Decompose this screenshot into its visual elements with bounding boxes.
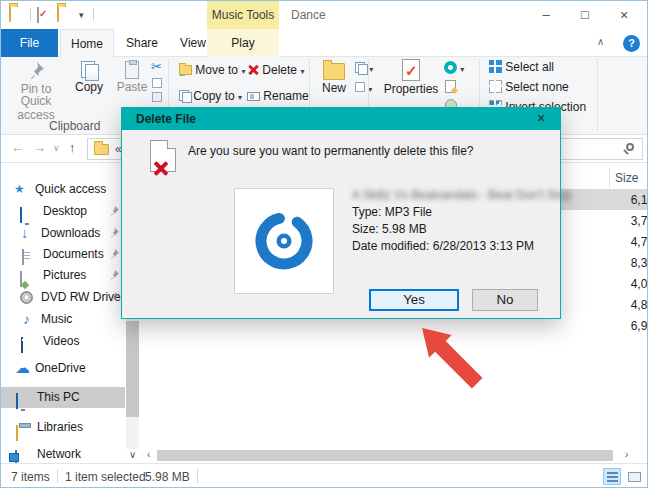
details-view-button[interactable]: [603, 468, 621, 485]
sidebar-item-label: Network: [37, 447, 81, 461]
hscroll-left-icon[interactable]: ‹: [147, 449, 150, 460]
hscroll-thumb[interactable]: [157, 450, 613, 461]
copy-label: Copy: [69, 81, 109, 93]
delete-button[interactable]: Delete ▾: [247, 63, 304, 77]
properties-button[interactable]: Properties: [381, 59, 441, 95]
sidebar-item-music[interactable]: ♪ Music: [1, 309, 125, 330]
file-size-cell: 4,08: [594, 277, 648, 291]
sidebar-item-documents[interactable]: Documents: [1, 244, 125, 265]
tab-file[interactable]: File: [1, 29, 58, 57]
copy-to-button[interactable]: Copy to ▾: [179, 89, 242, 103]
qat-folder-icon[interactable]: [9, 7, 25, 21]
new-folder-icon: [323, 63, 345, 80]
collapse-ribbon-icon[interactable]: ∧: [597, 36, 604, 47]
pin-icon: [109, 206, 119, 216]
this-pc-icon: [16, 393, 18, 409]
up-button[interactable]: ↑: [69, 140, 76, 155]
delete-warning-x-icon: [152, 160, 168, 176]
cut-icon[interactable]: ✂: [151, 59, 162, 74]
move-to-label: Move to: [195, 63, 238, 77]
title-bar[interactable]: ▾ Music Tools Dance – □ ×: [1, 1, 648, 29]
move-to-icon: ←: [179, 65, 192, 75]
qat-properties-icon[interactable]: [37, 8, 53, 22]
sidebar-item-dvd-drive[interactable]: DVD RW Drive: [1, 287, 125, 308]
pin-icon: [109, 270, 119, 280]
delete-icon: [247, 64, 259, 76]
edit-button[interactable]: [445, 80, 456, 94]
delete-label: Delete: [262, 63, 297, 77]
sidebar-item-quick-access[interactable]: ★ Quick access: [1, 179, 125, 200]
open-button[interactable]: ▾: [444, 61, 464, 75]
sidebar-item-downloads[interactable]: ↓ Downloads: [1, 223, 125, 244]
music-note-icon: ♪: [23, 309, 30, 330]
dvd-disc-icon: [20, 291, 33, 304]
sidebar-item-videos[interactable]: Videos: [1, 331, 125, 352]
sidebar-item-pictures[interactable]: Pictures: [1, 265, 125, 286]
dialog-close-icon[interactable]: ×: [532, 110, 550, 126]
qat-customize-caret-icon[interactable]: ▾: [79, 10, 84, 20]
sidebar-item-desktop[interactable]: Desktop: [1, 201, 125, 222]
select-none-icon: [489, 80, 502, 93]
back-button[interactable]: ←: [11, 140, 24, 155]
caret-down-icon: ▾: [238, 93, 242, 102]
paste-shortcut-icon[interactable]: [152, 91, 162, 105]
size-column-header[interactable]: Size: [615, 171, 638, 185]
easy-access-button[interactable]: ▾: [355, 81, 372, 95]
dialog-title-bar[interactable]: Delete File ×: [122, 108, 560, 130]
sidebar-item-this-pc[interactable]: This PC: [1, 387, 125, 408]
yes-button[interactable]: Yes: [369, 289, 459, 311]
status-separator: [57, 469, 58, 483]
rename-button[interactable]: Rename: [247, 89, 309, 103]
desktop-icon: [20, 207, 22, 223]
sidebar-item-network[interactable]: Network: [1, 444, 125, 465]
thumbnails-view-icon: [628, 472, 641, 482]
new-folder-button[interactable]: New: [315, 61, 353, 94]
help-icon[interactable]: ?: [623, 35, 640, 52]
hscroll-right-icon[interactable]: ›: [625, 449, 628, 460]
move-to-button[interactable]: ← Move to ▾: [179, 63, 245, 77]
sidebar-item-libraries[interactable]: Libraries: [1, 417, 125, 438]
sidebar-scroll-down-icon[interactable]: ∨: [129, 449, 136, 460]
forward-button[interactable]: →: [33, 140, 46, 155]
selected-size: 5.98 MB: [145, 470, 190, 484]
sidebar-scrollbar-thumb[interactable]: [126, 321, 139, 417]
dialog-title: Delete File: [136, 112, 196, 126]
groove-music-icon: [444, 61, 457, 74]
music-tools-contextual-header: Music Tools: [207, 1, 279, 29]
new-item-button[interactable]: ▾: [355, 61, 373, 75]
address-folder-icon: [94, 144, 109, 155]
sidebar-item-label: Quick access: [35, 182, 106, 196]
select-all-button[interactable]: Select all: [489, 60, 554, 74]
pin-to-quick-access-button[interactable]: Pin to Quick access: [7, 61, 65, 121]
items-count: 7 items: [11, 470, 50, 484]
no-button[interactable]: No: [472, 289, 538, 311]
tab-home[interactable]: Home: [60, 29, 114, 57]
tab-view[interactable]: View: [170, 29, 216, 57]
file-name-blurred: A Skillz Vs Beatvandals - Beat Don't Sto…: [352, 188, 572, 202]
select-none-button[interactable]: Select none: [489, 80, 569, 94]
caret-down-icon: ▾: [460, 65, 464, 74]
close-button[interactable]: ×: [614, 5, 634, 25]
copy-button[interactable]: Copy: [69, 61, 109, 93]
copy-path-icon[interactable]: [152, 77, 162, 91]
tab-play[interactable]: Play: [217, 29, 269, 57]
sidebar-item-label: OneDrive: [35, 361, 86, 375]
sidebar-item-label: Downloads: [41, 226, 100, 240]
recent-locations-caret-icon[interactable]: ∨: [53, 143, 60, 153]
select-none-label: Select none: [505, 80, 568, 94]
qat-new-folder-icon[interactable]: [57, 7, 73, 21]
minimize-button[interactable]: –: [536, 5, 556, 25]
rename-icon: [247, 92, 260, 101]
pin-icon: [109, 228, 119, 238]
file-type-line: Type: MP3 File: [352, 205, 432, 219]
star-icon: ★: [14, 179, 25, 200]
properties-icon: [402, 59, 420, 81]
sidebar-item-onedrive[interactable]: ☁ OneDrive: [1, 358, 125, 379]
maximize-button[interactable]: □: [575, 5, 595, 25]
tab-share[interactable]: Share: [116, 29, 168, 57]
thumbnails-view-button[interactable]: [625, 468, 643, 485]
column-divider: [609, 168, 610, 188]
paste-button[interactable]: Paste: [111, 61, 153, 93]
status-bar: 7 items 1 item selected 5.98 MB: [1, 463, 648, 488]
pictures-icon: [20, 271, 22, 287]
